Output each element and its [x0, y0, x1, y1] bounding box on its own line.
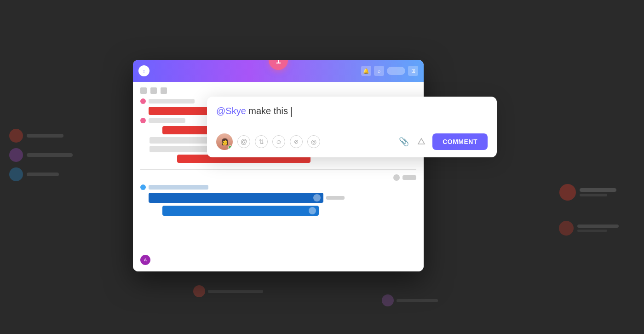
bell-icon: 🔔 — [361, 66, 371, 76]
section-actions — [140, 174, 416, 181]
notification-badge: 1 — [269, 60, 288, 70]
mention-text: @Skye — [216, 106, 246, 116]
app-toolbar — [140, 87, 416, 94]
blue-gantt-bar-2 — [162, 206, 319, 216]
assign-icon[interactable]: ⇅ — [255, 135, 268, 148]
app-logo: ↕ — [138, 65, 150, 76]
comment-submit-button[interactable]: COMMENT — [432, 133, 488, 150]
blue-section-title — [149, 185, 208, 190]
bottom-avatar-container: A — [140, 255, 150, 265]
blue-bar-row-1 — [140, 193, 416, 203]
drive-icon[interactable] — [415, 135, 428, 148]
section-action-bar — [402, 175, 416, 180]
task-dot-1 — [140, 98, 146, 104]
task-dot-2 — [140, 118, 146, 123]
blue-bar-toggle — [313, 194, 321, 202]
bg-left-items — [9, 129, 73, 187]
bg-avatar-2 — [559, 221, 574, 236]
comment-text-area[interactable]: @Skye make this — [216, 106, 488, 124]
bg-bottom-avatar-2 — [382, 294, 394, 306]
blue-title-row — [140, 184, 416, 190]
bg-bar — [27, 134, 63, 138]
bg-sub-bar-2 — [577, 230, 607, 232]
bg-name-bar-2 — [577, 225, 619, 228]
bg-bottom-avatar — [193, 285, 205, 297]
toolbar-grid-icon — [140, 87, 147, 94]
slash-command-icon[interactable]: ⊘ — [290, 135, 303, 148]
bg-avatar — [9, 148, 23, 162]
blue-task-section — [140, 184, 416, 216]
blue-bar-row-2 — [140, 206, 416, 216]
text-cursor — [291, 107, 292, 117]
bottom-avatar: A — [140, 255, 150, 265]
mention-icon[interactable]: @ — [237, 135, 250, 148]
commenter-avatar: 👩 — [216, 133, 233, 150]
comment-body-text: make this — [246, 106, 291, 116]
sub-bar-2 — [150, 146, 214, 152]
bg-avatar — [9, 129, 23, 143]
logo-icon: ↕ — [143, 69, 145, 74]
app-header: 1 ↕ 🔔 ⌕ ⊞ — [133, 60, 424, 82]
grid-icon: ⊞ — [408, 66, 418, 76]
bg-profile-name-bar — [580, 188, 616, 192]
toolbar-add-icon — [161, 87, 167, 94]
bg-bar — [27, 153, 73, 157]
app-screenshot-card: 1 ↕ 🔔 ⌕ ⊞ — [133, 60, 424, 271]
bg-profile-card — [559, 184, 616, 201]
blue-bar-1-label — [326, 196, 345, 200]
blue-gantt-bar-1 — [149, 193, 323, 203]
bg-bottom-item-2 — [382, 294, 438, 306]
bg-avatar — [9, 167, 23, 181]
bg-profile-info-2 — [577, 225, 619, 232]
bg-profile-info — [580, 188, 616, 196]
blue-bar-1-container — [149, 193, 416, 203]
bg-profile-sub-bar — [580, 194, 607, 196]
search-icon: ⌕ — [374, 66, 384, 76]
bg-profile-avatar — [559, 184, 576, 201]
task-title-1 — [149, 99, 195, 104]
blue-bar-2-toggle — [309, 207, 316, 214]
online-status-dot — [228, 145, 232, 150]
blue-bar-2-container — [162, 206, 416, 216]
section-action-icon-1 — [393, 174, 400, 181]
emoji-icon[interactable]: ☺ — [272, 135, 285, 148]
comment-popup: @Skye make this 👩 @ ⇅ ☺ ⊘ ◎ 📎 COMMENT — [207, 97, 497, 157]
bg-bar — [27, 173, 59, 176]
comment-footer: 👩 @ ⇅ ☺ ⊘ ◎ 📎 COMMENT — [216, 133, 488, 150]
bg-bottom-bar — [208, 290, 263, 293]
header-avatar-bar — [387, 67, 405, 75]
svg-marker-0 — [418, 138, 425, 144]
drive-svg — [417, 138, 426, 146]
toolbar-list-icon — [150, 87, 157, 94]
section-divider — [140, 169, 416, 170]
circle-icon[interactable]: ◎ — [307, 135, 320, 148]
task-title-2 — [149, 118, 185, 123]
bg-bottom-item — [193, 285, 263, 297]
attachment-icon[interactable]: 📎 — [397, 135, 410, 148]
bg-bottom-bar-2 — [397, 299, 438, 302]
bg-profile-card-2 — [559, 221, 619, 236]
header-icons: 🔔 ⌕ ⊞ — [361, 66, 418, 76]
task-dot-blue — [140, 184, 146, 190]
